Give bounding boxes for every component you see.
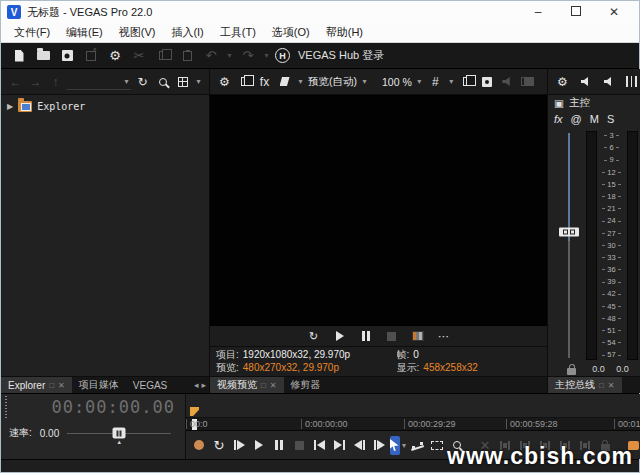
zoom-level-value[interactable]: 100 % xyxy=(382,73,412,91)
more-options-button[interactable]: ⋯ xyxy=(437,328,451,344)
fader-lock-icon[interactable] xyxy=(567,368,576,375)
undo-dropdown[interactable]: ▾ xyxy=(225,51,234,60)
undock-icon[interactable]: □ xyxy=(599,381,604,390)
menu-item[interactable]: 工具(T) xyxy=(213,23,263,42)
publish-button[interactable] xyxy=(81,46,101,66)
close-tab-icon[interactable]: ✕ xyxy=(270,381,277,390)
marker-flag-icon[interactable] xyxy=(190,407,199,416)
tab-video-preview[interactable]: 视频预览 □ ✕ xyxy=(210,377,284,393)
close-tab-icon[interactable]: ✕ xyxy=(608,381,615,390)
menu-item[interactable]: 编辑(E) xyxy=(59,23,110,42)
refresh-button[interactable]: ↻ xyxy=(134,73,151,91)
time-ruler[interactable]: 0:00:00:00 00:00:29:29 00:00:59:28 00:01… xyxy=(186,418,640,431)
menu-item[interactable]: 插入(I) xyxy=(164,23,210,42)
drag-grip-icon[interactable] xyxy=(3,396,13,418)
tool-dropdown[interactable]: ▾ xyxy=(402,441,406,450)
dim-output-button[interactable] xyxy=(600,73,617,91)
mixer-controls-button[interactable] xyxy=(623,73,640,91)
film-strip-button[interactable] xyxy=(519,73,536,91)
bus-fx-button[interactable]: fx xyxy=(554,113,563,125)
undock-icon[interactable]: □ xyxy=(261,381,266,390)
volume-fader[interactable] xyxy=(554,131,584,360)
properties-button[interactable]: ⚙ xyxy=(105,46,125,66)
new-project-button[interactable] xyxy=(9,46,29,66)
video-display[interactable] xyxy=(210,95,547,326)
rate-slider-handle[interactable] xyxy=(113,428,126,439)
tree-item-explorer[interactable]: ▶ Explorer xyxy=(7,101,203,112)
project-properties-button[interactable]: ⚙ xyxy=(216,73,233,91)
preview-play-button[interactable] xyxy=(333,328,347,344)
close-tab-icon[interactable]: ✕ xyxy=(58,381,65,390)
video-fx-button[interactable]: fx xyxy=(256,73,273,91)
save-button[interactable] xyxy=(57,46,77,66)
split-screen-button[interactable] xyxy=(276,73,293,91)
address-dropdown[interactable]: ▾ xyxy=(67,74,131,90)
next-frame-button[interactable] xyxy=(370,436,388,455)
menu-item[interactable]: 视图(V) xyxy=(112,23,163,42)
tab-explorer[interactable]: Explorer □ ✕ xyxy=(1,377,72,393)
external-monitor-button[interactable] xyxy=(236,73,253,91)
tab-vegas[interactable]: VEGAS xyxy=(126,377,174,393)
bus-properties-button[interactable]: ⚙ xyxy=(554,73,571,91)
redo-dropdown[interactable]: ▾ xyxy=(262,51,271,60)
stop-button[interactable] xyxy=(290,436,308,455)
redo-button[interactable]: ↷ xyxy=(238,46,258,66)
multicam-button[interactable] xyxy=(411,328,425,344)
tab-scroll-left-icon[interactable]: ◂ xyxy=(194,380,199,390)
automation-button[interactable]: @ xyxy=(571,113,582,125)
search-button[interactable] xyxy=(154,73,171,91)
expand-arrow-icon[interactable]: ▶ xyxy=(7,102,13,111)
views-dropdown[interactable]: ▾ xyxy=(194,77,203,86)
play-button[interactable] xyxy=(250,436,268,455)
menu-item[interactable]: 选项(O) xyxy=(265,23,317,42)
forward-button[interactable]: → xyxy=(27,73,44,91)
go-to-end-button[interactable] xyxy=(330,436,348,455)
go-to-start-button[interactable] xyxy=(310,436,328,455)
minimize-button[interactable]: – xyxy=(519,5,557,19)
play-from-start-button[interactable] xyxy=(230,436,248,455)
fader-handle-icon[interactable] xyxy=(559,227,579,236)
preview-quality-dropdown[interactable]: 预览(自动) xyxy=(308,73,357,91)
rate-slider[interactable]: ▲ xyxy=(67,433,171,434)
copy-button[interactable] xyxy=(153,46,173,66)
tab-scroll-right-icon[interactable]: ▸ xyxy=(201,380,206,390)
copy-snapshot-button[interactable] xyxy=(459,73,476,91)
loop-playback-button[interactable]: ↻ xyxy=(307,328,321,344)
overlay-button[interactable] xyxy=(499,73,516,91)
zoom-chevron-icon[interactable]: ▾ xyxy=(415,77,424,86)
paste-button[interactable] xyxy=(177,46,197,66)
previous-frame-button[interactable] xyxy=(350,436,368,455)
split-screen-dropdown[interactable]: ▾ xyxy=(296,77,305,86)
maximize-button[interactable] xyxy=(557,5,595,19)
selection-tool-button[interactable] xyxy=(428,436,446,455)
views-button[interactable] xyxy=(174,73,191,91)
undo-button[interactable]: ↶ xyxy=(201,46,221,66)
safe-area-dropdown[interactable]: ▾ xyxy=(447,77,456,86)
menu-item[interactable]: 文件(F) xyxy=(7,23,57,42)
timecode-display[interactable]: 00:00:00.00 xyxy=(13,397,185,417)
tab-project-media[interactable]: 项目媒体 xyxy=(72,377,126,393)
tab-master-bus[interactable]: 主控总线 □ ✕ xyxy=(548,377,622,393)
up-button[interactable]: ↑ xyxy=(47,73,64,91)
menu-item[interactable]: 帮助(H) xyxy=(319,23,370,42)
record-button[interactable] xyxy=(190,436,208,455)
preview-stop-button[interactable] xyxy=(385,328,399,344)
undock-icon[interactable]: □ xyxy=(49,381,54,390)
quality-chevron-icon[interactable]: ▾ xyxy=(360,77,369,86)
safe-area-button[interactable]: # xyxy=(427,73,444,91)
marker-bar[interactable] xyxy=(186,394,640,418)
envelope-tool-button[interactable] xyxy=(408,436,426,455)
close-button[interactable]: ✕ xyxy=(595,5,633,19)
mute-button[interactable]: M xyxy=(590,113,599,125)
vegas-hub-login[interactable]: VEGAS Hub 登录 xyxy=(298,48,384,63)
cut-button[interactable]: ✂ xyxy=(129,46,149,66)
save-snapshot-button[interactable] xyxy=(479,73,496,91)
tab-trimmer[interactable]: 修剪器 xyxy=(284,377,328,393)
vegas-hub-icon[interactable]: H xyxy=(275,48,290,63)
insert-bus-button[interactable] xyxy=(577,73,594,91)
back-button[interactable]: ← xyxy=(7,73,24,91)
loop-button[interactable]: ↻ xyxy=(210,436,228,455)
normal-edit-tool-button[interactable] xyxy=(390,436,400,455)
open-button[interactable] xyxy=(33,46,53,66)
preview-pause-button[interactable] xyxy=(359,328,373,344)
